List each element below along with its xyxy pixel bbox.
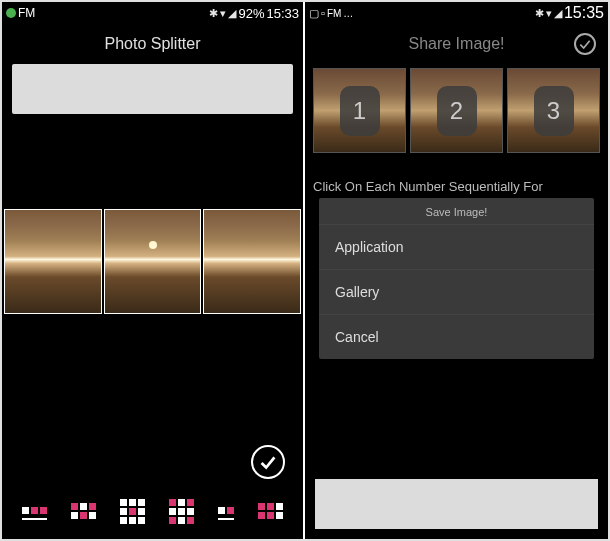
pattern-selector — [2, 497, 303, 529]
wifi-icon: ▾ — [546, 7, 552, 20]
status-more-icon: … — [343, 8, 353, 19]
split-slice — [203, 209, 301, 314]
thumbnail-row: 1 2 3 — [305, 64, 608, 157]
vibrate-icon: ✱ — [209, 7, 218, 20]
carrier-label: FM — [18, 6, 35, 20]
pattern-1x3[interactable] — [22, 507, 47, 520]
instruction-text: Click On Each Number Sequentially For — [305, 157, 608, 198]
split-slice — [4, 209, 102, 314]
screen-share-image: ▢ ▫ FM … ✱ ▾ ◢ 15:35 Share Image! 1 2 3 … — [305, 2, 608, 539]
screen-photo-splitter: FM ✱ ▾ ◢ 92% 15:33 Photo Splitter — [2, 2, 305, 539]
done-button[interactable] — [574, 33, 596, 55]
indicator-icon — [6, 8, 16, 18]
pattern-2x3[interactable] — [71, 503, 96, 523]
pattern-3x3[interactable] — [120, 499, 145, 528]
wifi-icon: ▾ — [220, 7, 226, 20]
dialog-option-application[interactable]: Application — [319, 224, 594, 269]
status-bar: ▢ ▫ FM … ✱ ▾ ◢ 15:35 — [305, 2, 608, 24]
confirm-button[interactable] — [251, 445, 285, 479]
status-bar: FM ✱ ▾ ◢ 92% 15:33 — [2, 2, 303, 24]
split-slice — [104, 209, 202, 314]
vibrate-icon: ✱ — [535, 7, 544, 20]
battery-label: 92% — [238, 6, 264, 21]
signal-icon: ◢ — [228, 7, 236, 20]
dialog-option-gallery[interactable]: Gallery — [319, 269, 594, 314]
app-title: Photo Splitter — [2, 24, 303, 64]
pattern-1x2[interactable] — [218, 507, 234, 520]
pattern-3x3-b[interactable] — [169, 499, 194, 528]
save-dialog: Save Image! Application Gallery Cancel — [319, 198, 594, 359]
ad-placeholder — [315, 479, 598, 529]
ad-placeholder — [12, 64, 293, 114]
app-icon: ▫ — [321, 7, 325, 19]
clock-label: 15:33 — [266, 6, 299, 21]
dialog-option-cancel[interactable]: Cancel — [319, 314, 594, 359]
thumbnail-3[interactable]: 3 — [507, 68, 600, 153]
dialog-title: Save Image! — [319, 198, 594, 224]
thumbnail-1[interactable]: 1 — [313, 68, 406, 153]
screenshot-icon: ▢ — [309, 7, 319, 20]
app-title: Share Image! — [305, 24, 608, 64]
clock-label: 15:35 — [564, 4, 604, 22]
signal-icon: ◢ — [554, 7, 562, 20]
carrier-label: FM — [327, 8, 341, 19]
thumbnail-2[interactable]: 2 — [410, 68, 503, 153]
image-preview[interactable] — [2, 209, 303, 314]
pattern-2x3-b[interactable] — [258, 503, 283, 523]
